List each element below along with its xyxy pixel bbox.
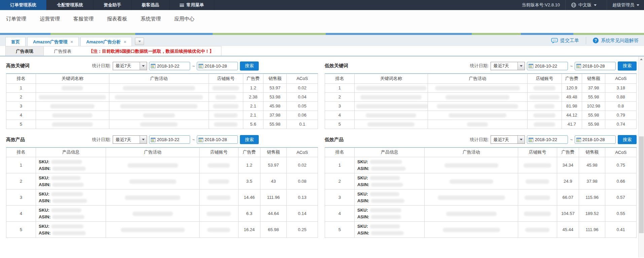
subtab-ad-report[interactable]: 广告报表 [43, 46, 81, 56]
nav-item-apps[interactable]: 应用中心 [174, 16, 194, 24]
topbar-item-warehouse-system[interactable]: 仓配管理系统 [47, 0, 94, 10]
keyword-name-cell [354, 101, 428, 111]
redacted-text [140, 122, 178, 127]
tab-list-dropdown-button[interactable] [135, 38, 144, 45]
topbar-item-product-picker[interactable]: 极客选品 [132, 0, 170, 10]
redacted-text [366, 113, 416, 118]
scrollbar-thumb[interactable] [639, 136, 644, 233]
redacted-text [360, 95, 422, 99]
submit-ticket-button[interactable]: 提交工单 [551, 38, 579, 44]
ad-fee-cell: 16.24 [238, 222, 260, 238]
date-to-input[interactable]: 2018-10-28 [575, 62, 616, 70]
date-to-input[interactable]: 2018-10-28 [197, 135, 238, 144]
search-button[interactable]: 搜索 [618, 61, 637, 71]
date-from-input[interactable]: 2018-10-22 [527, 135, 568, 144]
column-header: 广告费 [238, 147, 260, 157]
date-range-select[interactable]: 最近7天 [113, 62, 147, 70]
subtab-ad-performance[interactable]: 广告表现 [5, 46, 43, 56]
campaign-cell [106, 222, 200, 238]
faq-button[interactable]: ? 系统常见问题解答 [593, 38, 639, 44]
decorative-strip [0, 33, 644, 35]
redacted-text [208, 179, 229, 184]
language-label: 中文版 [578, 2, 592, 8]
keyword-name-cell [354, 111, 428, 120]
date-to-input[interactable]: 2018-10-28 [197, 62, 238, 70]
ad-fee-cell: 44.12 [562, 111, 582, 120]
table-row: 444.1255.980.79 [325, 111, 637, 120]
keyword-name-cell [354, 83, 428, 92]
scrollbar-up-arrow[interactable] [639, 56, 644, 62]
redacted-text [50, 104, 95, 109]
date-value: 2018-10-22 [157, 137, 179, 142]
range-separator: ~ [570, 137, 573, 142]
product-info-cell: SKU:ASIN: [354, 189, 424, 206]
table-header-row: 排名关键词名称广告活动店铺账号广告费销售额ACoS [325, 74, 637, 83]
date-range-select[interactable]: 最近7天 [113, 135, 147, 144]
acos-cell: 0.66 [605, 173, 637, 189]
user-menu[interactable]: 超级管理员 [612, 2, 644, 8]
topbar-item-order-system[interactable]: 订单管理系统 [0, 0, 47, 10]
redacted-text [52, 122, 93, 127]
search-button[interactable]: 搜索 [240, 135, 259, 144]
topbar-item-common-menu[interactable]: 常用菜单 [170, 0, 214, 10]
panel-efficient-products: 高效产品 统计日期: 最近7天 2018-10-22 ~ [6, 132, 318, 238]
vertical-scrollbar[interactable] [638, 56, 644, 257]
redacted-text [534, 122, 555, 127]
column-header: 销售额 [582, 74, 605, 83]
nav-item-order[interactable]: 订单管理 [6, 16, 26, 24]
tabbar-actions: 提交工单 ? 系统常见问题解答 [551, 35, 639, 46]
search-button[interactable]: 搜索 [240, 61, 259, 71]
sku-line: SKU: [357, 159, 423, 165]
date-range-select[interactable]: 最近7天 [491, 135, 525, 144]
close-icon[interactable]: × [71, 38, 73, 46]
nav-item-operation[interactable]: 运营管理 [40, 16, 60, 24]
redacted-text [529, 95, 560, 99]
acos-cell: 0.55 [605, 206, 637, 222]
nav-item-report[interactable]: 报表看板 [107, 16, 127, 24]
tab-amazon-ad-analysis[interactable]: Amazon广告分析 × [80, 37, 132, 46]
ad-fee-cell: 2.38 [243, 92, 263, 101]
rank-cell: 1 [325, 157, 355, 173]
calendar-icon [576, 137, 581, 142]
sales-cell: 43 [260, 173, 287, 189]
table-row: 381.98102.980.8 [325, 101, 637, 111]
redacted-text [214, 113, 238, 118]
topbar-item-fund-assistant[interactable]: 资金助手 [94, 0, 132, 10]
nav-item-service[interactable]: 客服管理 [73, 16, 94, 24]
select-value: 最近7天 [493, 137, 509, 143]
redacted-text [52, 183, 84, 187]
redacted-text [120, 104, 198, 109]
tab-amazon-ad-manage[interactable]: Amazon广告管理 × [27, 37, 79, 46]
search-button[interactable]: 搜索 [618, 135, 637, 144]
date-from-input[interactable]: 2018-10-22 [527, 62, 568, 70]
column-header: 店铺账号 [200, 147, 239, 157]
redacted-text [208, 163, 230, 168]
range-separator: ~ [570, 63, 573, 69]
filter-label: 统计日期: [470, 137, 489, 143]
redacted-text [129, 179, 176, 184]
sku-label: SKU: [357, 207, 368, 214]
shop-account-cell [518, 189, 557, 206]
keyword-name-cell [354, 92, 428, 101]
nav-item-system[interactable]: 系统管理 [141, 16, 161, 24]
campaign-cell [106, 157, 200, 173]
close-icon[interactable]: × [124, 38, 127, 46]
date-range-select[interactable]: 最近7天 [491, 62, 525, 70]
table-row: 2SKU:ASIN:24.937.980.66 [325, 173, 637, 189]
date-from-input[interactable]: 2018-10-22 [149, 62, 190, 70]
rank-cell: 5 [325, 120, 355, 129]
redacted-text [143, 113, 175, 118]
date-from-input[interactable]: 2018-10-22 [149, 135, 190, 144]
sku-label: SKU: [39, 191, 49, 198]
redacted-text [125, 196, 180, 200]
column-header: 广告活动 [428, 74, 527, 83]
column-header: 销售额 [579, 147, 605, 157]
campaign-cell [425, 222, 518, 238]
date-to-input[interactable]: 2018-10-28 [575, 135, 616, 144]
submit-ticket-label: 提交工单 [560, 38, 579, 44]
shop-account-cell [527, 101, 562, 111]
language-switcher[interactable]: 中文版 [571, 2, 601, 8]
date-value: 2018-10-28 [205, 137, 227, 142]
tab-home[interactable]: 首页 [5, 37, 26, 46]
campaign-cell [428, 101, 527, 111]
